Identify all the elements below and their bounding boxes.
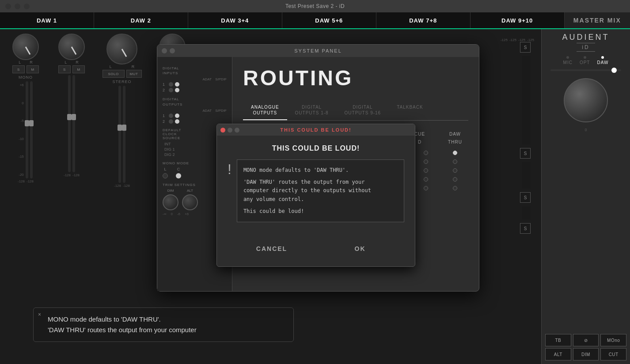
radio-daw-4[interactable]	[453, 177, 457, 182]
do2-spdif-dot[interactable]	[175, 119, 179, 124]
channel-3-solo-btn[interactable]: SOLO	[102, 70, 125, 78]
channel-1-s-btn[interactable]: S	[12, 65, 25, 73]
tab-digital-outputs-1-8[interactable]: DIGITALOUTPUTS 1-8	[287, 101, 337, 120]
tab-talkback[interactable]: TALKBACK	[389, 101, 431, 120]
tab-analogue-outputs[interactable]: ANALOGUEOUTPUTS	[243, 101, 287, 120]
do1-adat-dot[interactable]	[169, 114, 173, 118]
alert-text-2: 'DAW THRU' routes the output from your c…	[243, 178, 398, 204]
lc-c: C	[176, 167, 181, 178]
alert-min-btn[interactable]	[228, 128, 232, 133]
daw-tab-5[interactable]: DAW 7+8	[376, 12, 471, 28]
s-button-2[interactable]: S	[520, 148, 531, 159]
dim-knob-label: DIM	[163, 189, 178, 210]
input-daw[interactable]: DAW	[597, 56, 608, 65]
di1-spdif-dot[interactable]	[175, 82, 179, 87]
di2-spdif-dot[interactable]	[175, 88, 179, 92]
input-opt[interactable]: OPT	[580, 56, 590, 65]
channel-3-mute-btn[interactable]: MUT	[126, 70, 142, 78]
alert-heading: THIS COULD BE LOUD!	[228, 144, 404, 152]
alert-content-box: MONO mode defaults to 'DAW THRU'. 'DAW T…	[237, 159, 404, 222]
daw-tab-4[interactable]: DAW 5+6	[282, 12, 376, 28]
s-button-4[interactable]: S	[520, 223, 531, 234]
radio-cue-2[interactable]	[424, 159, 428, 164]
s-button-1[interactable]: S	[520, 42, 531, 53]
alert-dialog: THIS COULD BE LOUD! THIS COULD BE LOUD! …	[216, 124, 415, 267]
alert-ok-button[interactable]: OK	[316, 240, 404, 258]
bottom-buttons: TB ⊘ MOno ALT DIM CUT	[545, 334, 626, 360]
modal-window-controls	[162, 48, 175, 53]
adat-spdif-header: ADAT S/PDIF	[163, 77, 227, 81]
mono-l-dot[interactable]	[163, 173, 168, 178]
daw-tabs: DAW 1 DAW 2 DAW 3+4 DAW 5+6 DAW 7+8 DAW …	[0, 12, 630, 29]
radio-daw-2[interactable]	[453, 159, 457, 164]
routing-heading: ROUTING	[243, 66, 468, 90]
channel-2-m-btn[interactable]: M	[72, 65, 85, 73]
do-adat-label: ADAT	[202, 109, 212, 113]
alt-button[interactable]: ALT	[545, 348, 571, 360]
master-mix-tab[interactable]: MASTER MIX	[565, 12, 630, 28]
tb-button[interactable]: TB	[545, 334, 571, 346]
radio-cue-4[interactable]	[424, 177, 428, 182]
channel-1-m-btn[interactable]: M	[27, 65, 39, 73]
channel-3-knob[interactable]	[106, 34, 137, 64]
modal-min-btn[interactable]	[170, 48, 175, 53]
alert-body: THIS COULD BE LOUD! ! MONO mode defaults…	[217, 136, 415, 266]
daw-tab-2[interactable]: DAW 2	[94, 12, 188, 28]
channel-1-knob[interactable]	[12, 34, 39, 60]
channel-3-label: STEREO	[112, 80, 131, 84]
cut-button[interactable]: CUT	[600, 348, 626, 360]
digital-output-row-2: 2	[163, 119, 227, 124]
phase-button[interactable]: ⊘	[573, 334, 599, 346]
input-mic[interactable]: MIC	[563, 56, 573, 65]
alert-title: THIS COULD BE LOUD!	[280, 127, 351, 133]
radio-cue-5[interactable]	[424, 186, 428, 190]
alert-cancel-button[interactable]: CANCEL	[228, 240, 316, 258]
main-volume-knob[interactable]	[564, 78, 608, 122]
di2-adat-dot[interactable]	[169, 88, 173, 92]
tooltip-close-icon[interactable]: ×	[38, 311, 41, 318]
channel-2-lr: L R	[65, 60, 79, 64]
dim-knob[interactable]	[163, 194, 178, 210]
tooltip-line2: 'DAW THRU' routes the output from your c…	[48, 326, 197, 334]
daw-tab-1[interactable]: DAW 1	[0, 12, 94, 28]
channel-2-knob[interactable]	[58, 34, 85, 60]
do1-spdif-dot[interactable]	[175, 114, 179, 118]
tab-digital-outputs-9-16[interactable]: DIGITALOUTPUTS 9-16	[337, 101, 389, 120]
radio-cue-1[interactable]	[424, 151, 428, 155]
input-level-slider[interactable]	[550, 69, 621, 71]
digital-input-row-1: 1	[163, 82, 227, 87]
radio-daw-5[interactable]	[453, 186, 457, 190]
right-panel: AUDIENT iD MIC OPT DAW 0 TB ⊘ MOno ALT D…	[541, 29, 630, 364]
radio-cue-3[interactable]	[424, 168, 428, 173]
daw-tab-3[interactable]: DAW 3+4	[188, 12, 282, 28]
channel-3-buttons: SOLO MUT	[102, 70, 142, 78]
channel-1-lr: L R	[19, 60, 33, 64]
close-button[interactable]	[5, 4, 11, 9]
channel-2-s-btn[interactable]: S	[58, 65, 71, 73]
brand-logo: AUDIENT	[562, 33, 609, 42]
digital-output-row-1: 1	[163, 114, 227, 118]
minimize-button[interactable]	[15, 4, 20, 9]
di1-adat-dot[interactable]	[169, 82, 173, 87]
spdif-label: S/PDIF	[215, 77, 227, 81]
warning-icon: !	[228, 161, 232, 231]
modal-close-btn[interactable]	[162, 48, 167, 53]
radio-daw-3[interactable]	[453, 168, 457, 173]
radio-daw-1[interactable]	[453, 151, 457, 155]
slider-thumb	[611, 68, 617, 73]
alert-content-area: ! MONO mode defaults to 'DAW THRU'. 'DAW…	[228, 159, 404, 231]
maximize-button[interactable]	[24, 4, 30, 9]
mono-button[interactable]: MOno	[600, 334, 626, 346]
daw-thru-col-label: DAW THRU	[442, 129, 468, 145]
daw-tab-6[interactable]: DAW 9+10	[471, 12, 565, 28]
dim-button[interactable]: DIM	[573, 348, 599, 360]
alt-knob[interactable]	[182, 194, 198, 210]
alert-max-btn[interactable]	[235, 128, 239, 133]
do2-adat-dot[interactable]	[169, 119, 173, 124]
lc-l: L	[163, 167, 168, 178]
mono-c-dot[interactable]	[176, 173, 181, 178]
do-adat-spdif-header: ADAT S/PDIF	[163, 109, 227, 113]
alert-close-btn[interactable]	[220, 128, 225, 133]
tooltip-box: × MONO mode defaults to 'DAW THRU'. 'DAW…	[33, 307, 294, 342]
s-button-3[interactable]: S	[520, 192, 531, 203]
